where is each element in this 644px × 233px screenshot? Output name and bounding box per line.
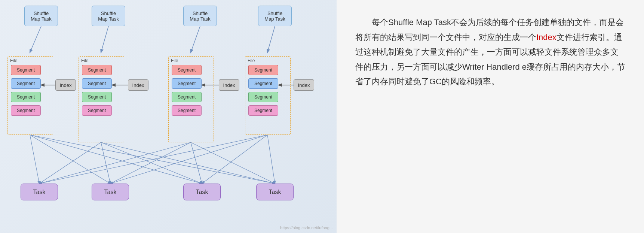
index-box-2: Index — [128, 79, 148, 91]
watermark: https://blog.csdn.net/lufang... — [280, 226, 333, 230]
segment-2-3: Segment — [82, 92, 112, 102]
file-container-1: File Segment Segment Segment Segment — [7, 56, 53, 135]
index-box-4: Index — [294, 79, 314, 91]
task-box-3: Task — [183, 184, 221, 200]
segment-4-1: Segment — [248, 65, 278, 75]
segment-2-1: Segment — [82, 65, 112, 75]
svg-line-8 — [30, 135, 39, 184]
task-box-1: Task — [21, 184, 58, 200]
segment-4-4: Segment — [248, 105, 278, 116]
svg-line-0 — [30, 26, 41, 52]
file-container-3: File Segment Segment Segment Segment — [168, 56, 214, 142]
svg-line-18 — [191, 142, 202, 184]
svg-line-1 — [101, 26, 108, 52]
file-label-1: File — [10, 58, 17, 63]
svg-line-2 — [191, 26, 200, 52]
file-label-2: File — [81, 58, 88, 63]
svg-line-13 — [101, 142, 110, 184]
svg-line-14 — [101, 142, 202, 184]
svg-line-12 — [39, 142, 101, 184]
segment-1-1: Segment — [11, 65, 41, 75]
segment-4-3: Segment — [248, 92, 278, 102]
segment-1-4: Segment — [11, 105, 41, 116]
svg-line-17 — [110, 142, 191, 184]
shuffle-task-4: ShuffleMap Task — [258, 6, 292, 26]
shuffle-task-3: ShuffleMap Task — [183, 6, 217, 26]
file-label-3: File — [171, 58, 178, 63]
svg-line-16 — [39, 142, 191, 184]
segment-3-2: Segment — [172, 78, 202, 89]
svg-line-20 — [39, 135, 267, 184]
segment-1-3: Segment — [11, 92, 41, 102]
svg-line-3 — [267, 26, 275, 52]
file-container-4: File Segment Segment Segment Segment — [245, 56, 291, 135]
svg-line-19 — [191, 142, 275, 184]
index-box-1: Index — [55, 79, 76, 91]
segment-3-4: Segment — [172, 105, 202, 116]
shuffle-task-1: ShuffleMap Task — [24, 6, 58, 26]
task-box-4: Task — [256, 184, 294, 200]
text-area: 每个Shuffle Map Task不会为后续的每个任务创建单独的文件，而是会将… — [337, 0, 644, 233]
diagram-area: ShuffleMap Task ShuffleMap Task ShuffleM… — [0, 0, 337, 233]
svg-line-15 — [101, 142, 275, 184]
svg-line-11 — [30, 135, 275, 184]
segment-4-2: Segment — [248, 78, 278, 89]
svg-line-23 — [267, 135, 275, 184]
segment-2-2: Segment — [82, 78, 112, 89]
segment-3-1: Segment — [172, 65, 202, 75]
file-label-4: File — [248, 58, 255, 63]
segment-2-4: Segment — [82, 105, 112, 116]
index-box-3: Index — [219, 79, 239, 91]
file-container-2: File Segment Segment Segment Segment — [79, 56, 124, 142]
task-box-2: Task — [92, 184, 129, 200]
description-text: 每个Shuffle Map Task不会为后续的每个任务创建单独的文件，而是会将… — [355, 15, 625, 89]
segment-1-2: Segment — [11, 78, 41, 89]
segment-3-3: Segment — [172, 92, 202, 102]
shuffle-task-2: ShuffleMap Task — [92, 6, 125, 26]
